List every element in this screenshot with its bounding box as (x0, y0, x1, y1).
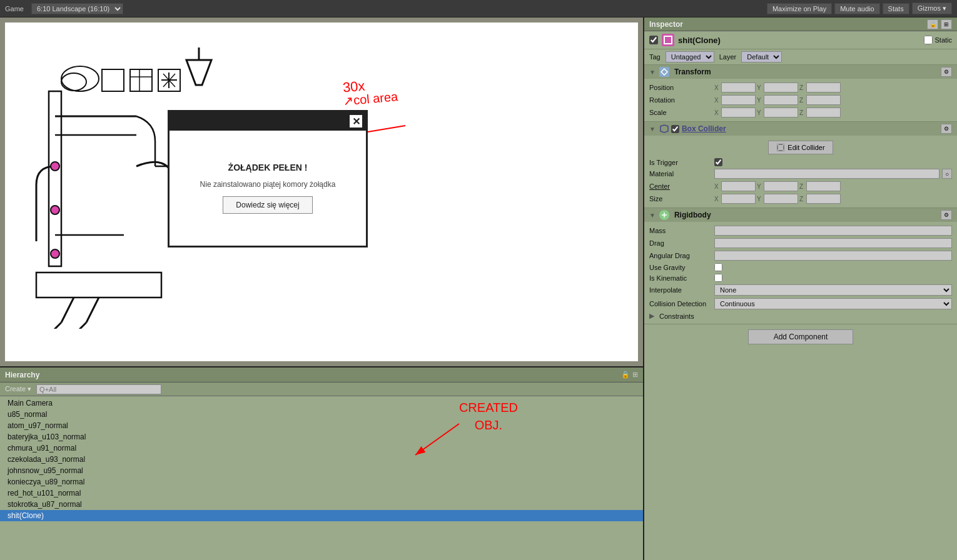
is-kinematic-checkbox[interactable] (714, 274, 722, 282)
hierarchy-item-johnsnow[interactable]: johnsnow_u95_normal (0, 465, 643, 476)
transform-settings-button[interactable]: ⚙ (941, 67, 952, 77)
hierarchy-item-stokrotka[interactable]: stokrotka_u87_normal (0, 499, 643, 510)
hierarchy-item-red-hot[interactable]: red_hot_u101_normal (0, 488, 643, 499)
rotation-y-input[interactable]: 0 (764, 95, 798, 105)
hierarchy-search-input[interactable] (36, 384, 161, 394)
inspector-static-checkbox[interactable] (924, 36, 933, 44)
rigidbody-section: ▼ Rigidbody ⚙ Mass 0.1 (644, 208, 957, 324)
edit-collider-icon (776, 143, 785, 152)
inspector-active-checkbox[interactable] (649, 36, 658, 44)
inspector-layout-button[interactable]: ⊞ (941, 19, 952, 29)
mass-input[interactable]: 0.1 (714, 226, 952, 236)
rotation-x-input[interactable]: 0 (721, 95, 756, 105)
material-picker-button[interactable]: ○ (942, 169, 952, 179)
is-trigger-label: Is Trigger (649, 159, 712, 166)
edit-collider-row: Edit Collider (649, 138, 952, 157)
angular-drag-row: Angular Drag 0 (649, 249, 952, 262)
rigidbody-icon (659, 210, 669, 220)
size-x-input[interactable]: 1 (721, 194, 756, 204)
center-row: Center X 3.05 Y 1.55 Z (649, 180, 952, 192)
tag-label: Tag (649, 53, 661, 61)
material-input[interactable]: None (Physic Material) (714, 169, 939, 179)
is-trigger-row: Is Trigger (649, 157, 952, 168)
angular-drag-input[interactable]: 0 (714, 251, 952, 261)
gizmos-button[interactable]: Gizmos ▾ (912, 2, 952, 14)
interpolate-row: Interpolate None (649, 283, 952, 297)
inspector-object-icon (662, 34, 674, 46)
hierarchy-item-u85[interactable]: u85_normal (0, 409, 643, 420)
resolution-select[interactable]: 6:10 Landscape (16:10) (31, 3, 123, 14)
is-trigger-checkbox[interactable] (714, 158, 722, 166)
top-bar: Game 6:10 Landscape (16:10) Maximize on … (0, 0, 957, 18)
svg-line-24 (49, 322, 61, 329)
hierarchy-create-button[interactable]: Create ▾ (5, 385, 31, 393)
size-z-item: Z 1 (799, 194, 841, 204)
game-dialog-title: ŻOŁĄDEK PEŁEN ! (228, 162, 308, 172)
transform-triangle-icon: ▼ (649, 69, 656, 76)
hierarchy-item-czekolada[interactable]: czekolada_u93_normal (0, 454, 643, 465)
box-collider-settings-button[interactable]: ⚙ (941, 124, 952, 134)
hierarchy-item-chmura[interactable]: chmura_u91_normal (0, 442, 643, 454)
inspector-tag-row: Tag Untagged Layer Default (644, 49, 957, 65)
rigidbody-controls: ⚙ (941, 210, 952, 220)
center-y-input[interactable]: 1.55 (764, 181, 798, 191)
center-z-input[interactable]: 0 (806, 181, 841, 191)
size-y-item: Y 1 (757, 194, 798, 204)
scale-x-input[interactable]: 1 (721, 108, 756, 118)
size-y-input[interactable]: 1 (764, 194, 798, 204)
game-dialog-learn-more-button[interactable]: Dowiedz się więcej (223, 196, 312, 214)
size-x-letter: X (714, 196, 721, 202)
edit-collider-button[interactable]: Edit Collider (768, 141, 833, 154)
rotation-z-input[interactable]: 0 (806, 95, 841, 105)
rotation-z-item: Z 0 (799, 95, 841, 105)
hierarchy-item-atom[interactable]: atom_u97_normal (0, 420, 643, 431)
inspector-controls: 🔒 ⊞ (927, 19, 952, 29)
box-collider-header[interactable]: ▼ Box Collider ⚙ (644, 122, 957, 136)
rigidbody-settings-button[interactable]: ⚙ (941, 210, 952, 220)
center-x-input[interactable]: 3.05 (721, 181, 756, 191)
drag-input[interactable]: 0 (714, 238, 952, 248)
inspector-lock-button[interactable]: 🔒 (927, 19, 938, 29)
svg-rect-2 (49, 91, 61, 266)
mute-audio-button[interactable]: Mute audio (834, 3, 879, 14)
hierarchy-list: Main Camera u85_normal atom_u97_normal b… (0, 396, 643, 560)
transform-title: Transform (674, 68, 938, 76)
size-z-input[interactable]: 1 (806, 194, 841, 204)
center-z-letter: Z (799, 183, 806, 190)
position-label: Position (649, 84, 712, 91)
svg-rect-5 (102, 69, 124, 91)
constraints-label: Constraints (659, 312, 722, 320)
game-dialog-close-button[interactable]: ✕ (348, 114, 363, 129)
position-y-input[interactable]: 0 (764, 82, 798, 92)
collision-detection-select[interactable]: Continuous (714, 298, 952, 309)
add-component-button[interactable]: Add Component (748, 329, 854, 344)
stats-button[interactable]: Stats (883, 3, 909, 14)
svg-point-36 (782, 149, 785, 152)
use-gravity-checkbox[interactable] (714, 263, 722, 271)
rigidbody-title: Rigidbody (674, 211, 938, 219)
svg-point-4 (61, 73, 86, 91)
svg-point-17 (51, 249, 59, 258)
position-x-input[interactable]: 0 (721, 82, 756, 92)
transform-header[interactable]: ▼ Transform ⚙ (644, 65, 957, 79)
rigidbody-header[interactable]: ▼ Rigidbody ⚙ (644, 208, 957, 222)
box-collider-enabled-checkbox[interactable] (671, 125, 679, 133)
rotation-y-item: Y 0 (757, 95, 798, 105)
hierarchy-header: Hierarchy 🔒 ⊞ (0, 368, 643, 382)
position-z-input[interactable]: -10 (806, 82, 841, 92)
position-row: Position X 0 Y 0 Z (649, 81, 952, 94)
hierarchy-item-konieczya[interactable]: konieczya_u89_normal (0, 476, 643, 488)
hierarchy-item-shit-clone[interactable]: shit(Clone) (0, 510, 643, 521)
maximize-on-play-button[interactable]: Maximize on Play (767, 3, 832, 14)
layer-select[interactable]: Default (741, 51, 782, 62)
interpolate-select[interactable]: None (714, 284, 952, 296)
position-x-item: X 0 (714, 82, 756, 92)
hierarchy-item-bateryjka[interactable]: bateryjka_u103_normal (0, 431, 643, 442)
hierarchy-item-main-camera[interactable]: Main Camera (0, 398, 643, 409)
scale-y-input[interactable]: 1 (764, 108, 798, 118)
hierarchy-lock-icon: 🔒 (621, 371, 630, 379)
hierarchy-icons: 🔒 ⊞ (621, 371, 638, 379)
scale-z-input[interactable]: 1 (806, 108, 841, 118)
game-dialog: ✕ ŻOŁĄDEK PEŁEN ! Nie zainstalowano piąt… (168, 110, 368, 248)
tag-select[interactable]: Untagged (666, 51, 714, 62)
